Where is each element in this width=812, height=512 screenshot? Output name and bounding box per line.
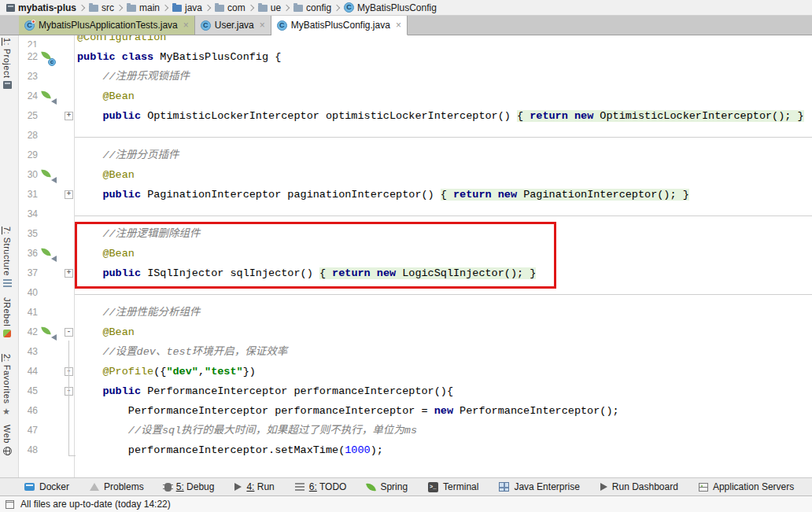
line-number[interactable]: 29: [19, 145, 38, 165]
run-icon: [234, 483, 242, 491]
toolbar-item-problems[interactable]: Problems: [79, 481, 154, 492]
sidebar-item-label: 2: Favorites: [2, 354, 12, 403]
toolbar-item-6--todo[interactable]: 6: TODO: [285, 481, 357, 492]
line-number[interactable]: 31: [19, 185, 38, 204]
breadcrumb-item-src[interactable]: src: [87, 2, 116, 13]
toolbar-item-docker[interactable]: Docker: [14, 481, 79, 492]
line-number[interactable]: 28: [19, 126, 38, 145]
breadcrumb-item-ue[interactable]: ue: [257, 2, 282, 13]
terminal-icon: [428, 482, 438, 492]
line-number[interactable]: 23: [19, 67, 38, 87]
line-number[interactable]: 34: [19, 204, 38, 224]
tab-User.java[interactable]: User.java×: [195, 16, 271, 35]
code-segment: //注册乐观锁插件: [102, 71, 190, 83]
sidebar-item-web[interactable]: Web: [2, 425, 12, 455]
code-line-46[interactable]: 46 PerformanceInterceptor performanceInt…: [19, 401, 812, 421]
spring-bean-icon[interactable]: [42, 248, 54, 260]
toolbar-item-run-dashboard[interactable]: Run Dashboard: [590, 481, 688, 492]
line-number[interactable]: 40: [19, 283, 38, 303]
sidebar-item-structure[interactable]: 7: Structure: [2, 227, 12, 287]
code-line-45[interactable]: 45- public PerformanceInterceptor perfor…: [19, 381, 812, 401]
line-number[interactable]: 47: [19, 421, 38, 440]
line-number[interactable]: 25: [19, 106, 38, 126]
breadcrumb-label: config: [306, 2, 331, 13]
toolbar-item-5--debug[interactable]: 5: Debug: [154, 481, 225, 492]
fold-expand-icon[interactable]: +: [65, 190, 73, 199]
line-number[interactable]: 24: [19, 87, 38, 106]
code-line-44[interactable]: 44- @Profile({"dev","test"}): [19, 362, 812, 381]
sidebar-item-jrebel[interactable]: JRebel: [2, 297, 12, 337]
code-line-36[interactable]: 36 @Bean: [19, 244, 812, 263]
line-number[interactable]: 45: [19, 381, 38, 401]
sidebar-item-project[interactable]: 1: Project: [2, 38, 12, 89]
code-line-48[interactable]: 48 performanceInterceptor.setMaxTime(100…: [19, 440, 812, 460]
toolbar-item-java-enterprise[interactable]: Java Enterprise: [489, 481, 589, 492]
breadcrumb-item-java[interactable]: java: [171, 2, 204, 13]
line-number[interactable]: 48: [19, 440, 38, 460]
code-line-23[interactable]: 23 //注册乐观锁插件: [19, 67, 812, 87]
line-number[interactable]: 35: [19, 224, 38, 244]
fold-expand-icon[interactable]: +: [65, 112, 73, 120]
line-number[interactable]: 21: [19, 35, 38, 47]
spring-bean-icon[interactable]: [42, 90, 54, 103]
code-segment: {: [441, 189, 453, 201]
sidebar-item-favorites[interactable]: 2: Favorites: [2, 354, 12, 416]
line-number[interactable]: 46: [19, 401, 38, 421]
tab-MybatisPlusApplicationTests.java[interactable]: MybatisPlusApplicationTests.java×: [19, 16, 195, 35]
line-number[interactable]: 43: [19, 342, 38, 362]
navigate-arrow-icon: [51, 334, 57, 341]
code-segment: PerformanceInterceptor();: [460, 405, 619, 417]
toolbar-item-application-servers[interactable]: Application Servers: [688, 481, 804, 492]
spring-config-class-icon[interactable]: [42, 51, 54, 64]
code-line-37[interactable]: 37+ public ISqlInjector sqlInjector() { …: [19, 263, 812, 283]
code-text: @Bean: [77, 165, 135, 185]
code-line-42[interactable]: 42- @Bean: [19, 322, 812, 342]
code-segment: //设置dev、test环境开启，保证效率: [102, 346, 287, 358]
line-number[interactable]: 37: [19, 263, 38, 283]
code-segment: [77, 189, 102, 201]
code-editor[interactable]: 21@Configuration22public class MyBatisPl…: [19, 35, 812, 477]
close-icon[interactable]: ×: [183, 20, 189, 30]
code-line-35[interactable]: 35 //注册逻辑删除组件: [19, 224, 812, 244]
line-number[interactable]: 44: [19, 362, 38, 381]
code-line-21[interactable]: 21@Configuration: [19, 35, 812, 47]
code-segment: @Profile: [102, 366, 153, 378]
line-number[interactable]: 36: [19, 244, 38, 263]
code-segment: [77, 149, 102, 161]
fold-expand-icon[interactable]: +: [65, 269, 73, 278]
code-line-41[interactable]: 41 //注册性能分析组件: [19, 303, 812, 322]
spring-bean-icon[interactable]: [42, 326, 54, 339]
line-number[interactable]: 41: [19, 303, 38, 322]
breadcrumb-label: MyBatisPlusConfig: [357, 2, 437, 13]
code-text: //注册性能分析组件: [77, 303, 201, 322]
code-segment: public: [102, 110, 147, 122]
code-line-22[interactable]: 22public class MyBatisPlusConfig {: [19, 47, 812, 67]
breadcrumb-item-com[interactable]: com: [213, 2, 247, 13]
toolbar-item-terminal[interactable]: Terminal: [418, 481, 489, 492]
fold-collapse-icon[interactable]: -: [65, 328, 73, 337]
code-line-24[interactable]: 24 @Bean: [19, 87, 812, 106]
close-icon[interactable]: ×: [396, 20, 401, 30]
line-number[interactable]: 30: [19, 165, 38, 185]
tab-MyBatisPlusConfig.java[interactable]: MyBatisPlusConfig.java×: [271, 16, 408, 35]
code-line-40[interactable]: 40: [19, 283, 812, 303]
breadcrumb-item-main[interactable]: main: [125, 2, 161, 13]
line-number[interactable]: 22: [19, 47, 38, 67]
toolbar-item-spring[interactable]: Spring: [356, 481, 418, 492]
code-line-28[interactable]: 28: [19, 126, 812, 145]
breadcrumb-item-mybatisplusconfig[interactable]: MyBatisPlusConfig: [342, 2, 438, 13]
toolbar-item-label: 4: Run: [246, 481, 274, 492]
spring-bean-icon[interactable]: [42, 169, 54, 182]
code-line-30[interactable]: 30 @Bean: [19, 165, 812, 185]
toolbar-item-4--run[interactable]: 4: Run: [224, 481, 284, 492]
code-line-43[interactable]: 43 //设置dev、test环境开启，保证效率: [19, 342, 812, 362]
breadcrumb-item-mybatis-plus[interactable]: mybatis-plus: [5, 2, 78, 13]
line-number[interactable]: 42: [19, 322, 38, 342]
close-icon[interactable]: ×: [260, 20, 265, 30]
breadcrumb-item-config[interactable]: config: [292, 2, 333, 13]
code-line-31[interactable]: 31+ public PaginationInterceptor paginat…: [19, 185, 812, 204]
code-line-25[interactable]: 25+ public OptimisticLockerInterceptor o…: [19, 106, 812, 126]
code-line-47[interactable]: 47 //设置sql执行的最大时间，如果超过了则不执行，单位为ms: [19, 421, 812, 440]
code-line-34[interactable]: 34: [19, 204, 812, 224]
code-line-29[interactable]: 29 //注册分页插件: [19, 145, 812, 165]
